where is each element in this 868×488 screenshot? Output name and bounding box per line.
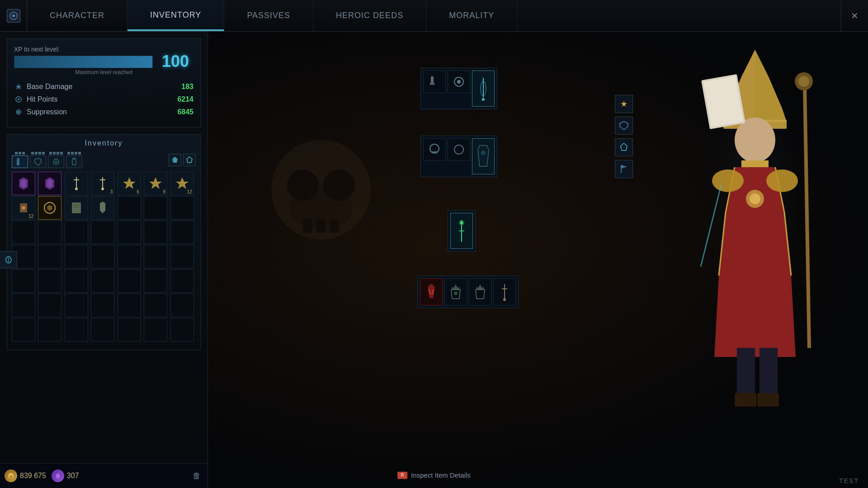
equip-slot-consumable4[interactable] — [493, 278, 516, 305]
inv-slot[interactable] — [38, 245, 61, 268]
inv-slot[interactable] — [170, 221, 194, 244]
inv-slot[interactable] — [144, 318, 167, 342]
action-btn-flag[interactable] — [615, 160, 633, 178]
inv-slot[interactable] — [38, 269, 61, 293]
inv-slot[interactable] — [91, 245, 114, 268]
equip-slot-consumable3[interactable] — [469, 278, 491, 305]
inv-slot[interactable] — [91, 221, 114, 244]
inv-slot[interactable] — [12, 294, 35, 317]
svg-point-4 — [18, 99, 19, 100]
inv-slot[interactable] — [118, 269, 141, 293]
inv-slot[interactable] — [118, 318, 141, 342]
inv-slot[interactable] — [118, 245, 141, 268]
inv-slot[interactable] — [144, 221, 167, 244]
inv-slot[interactable] — [65, 196, 88, 220]
inv-slot[interactable] — [38, 196, 61, 220]
tab-morality[interactable]: Morality — [426, 0, 517, 31]
filter-dots-3 — [49, 152, 63, 155]
svg-line-88 — [701, 185, 721, 267]
filter-dot — [35, 152, 38, 155]
top-equipment-group — [420, 68, 497, 109]
inv-slot[interactable] — [65, 221, 88, 244]
filter-btn-items[interactable] — [48, 155, 64, 168]
item-count: 12 — [28, 214, 33, 219]
trash-button[interactable]: 🗑 — [190, 469, 203, 482]
equip-slot-weapon1[interactable] — [423, 70, 446, 93]
filter-btn-weapons[interactable] — [12, 155, 28, 168]
tab-character[interactable]: Character — [27, 0, 127, 31]
inv-slot[interactable] — [65, 245, 88, 268]
inv-slot[interactable] — [38, 221, 61, 244]
inv-slot[interactable] — [144, 269, 167, 293]
inv-slot[interactable] — [144, 245, 167, 268]
tab-passives[interactable]: Passives — [224, 0, 313, 31]
inv-slot[interactable] — [91, 294, 114, 317]
inv-slot[interactable] — [144, 294, 167, 317]
inv-slot[interactable] — [12, 318, 35, 342]
inv-slot[interactable] — [91, 269, 114, 293]
inv-slot[interactable] — [65, 172, 88, 195]
inv-slot[interactable] — [38, 318, 61, 342]
action-btn-shield[interactable] — [615, 117, 633, 135]
inv-slot[interactable] — [170, 245, 194, 268]
inv-slot[interactable] — [91, 318, 114, 342]
filter-dot — [60, 152, 63, 155]
inv-slot[interactable]: 3 — [91, 172, 114, 195]
svg-rect-91 — [735, 393, 756, 407]
xp-bar — [14, 56, 153, 68]
equip-slot-body[interactable] — [472, 138, 495, 174]
skull-background — [231, 45, 411, 361]
equip-slot-weapon2[interactable] — [448, 70, 470, 93]
equip-slot-accessory[interactable] — [450, 213, 473, 249]
inv-slot[interactable] — [65, 318, 88, 342]
item-count: 12 — [187, 189, 192, 194]
inv-slot[interactable] — [12, 172, 35, 195]
inv-slot[interactable] — [118, 221, 141, 244]
inv-slot[interactable] — [118, 294, 141, 317]
action-btn-star[interactable]: ★ — [615, 95, 633, 113]
inventory-section: Inventory — [7, 134, 201, 350]
equip-slot-consumable2[interactable] — [444, 278, 467, 305]
tab-inventory[interactable]: Inventory — [127, 0, 224, 31]
svg-marker-17 — [187, 157, 192, 163]
inv-slot[interactable] — [38, 172, 61, 195]
filter-btn-consumables[interactable] — [66, 155, 82, 168]
inv-slot[interactable] — [65, 269, 88, 293]
inv-slot[interactable] — [65, 294, 88, 317]
inv-slot[interactable] — [91, 196, 114, 220]
close-button[interactable]: ✕ — [841, 0, 868, 31]
equip-slot-head2[interactable] — [448, 138, 470, 161]
inv-slot[interactable] — [170, 269, 194, 293]
inv-slot[interactable]: 12 — [170, 172, 194, 195]
filter-btn-armor[interactable] — [30, 155, 46, 168]
tab-heroic-deeds[interactable]: Heroic Deeds — [313, 0, 426, 31]
equip-slot-consumable1[interactable] — [420, 278, 443, 305]
inv-slot[interactable] — [170, 318, 194, 342]
base-damage-icon — [14, 82, 23, 91]
action-btn-gem[interactable] — [615, 138, 633, 156]
inv-slot[interactable]: 12 — [12, 196, 35, 220]
left-pill-button[interactable] — [0, 251, 17, 268]
inv-slot[interactable] — [170, 196, 194, 220]
main-content: XP to next level: 100 Maximum level reac… — [0, 32, 868, 488]
inv-slot[interactable]: 9 — [144, 172, 167, 195]
equip-slot-head1[interactable] — [423, 138, 446, 161]
item-icon — [14, 174, 33, 192]
inv-slot[interactable] — [38, 294, 61, 317]
currency-bar: G 839 675 307 🗑 — [0, 463, 208, 488]
inv-slot[interactable]: 6 — [118, 172, 141, 195]
filter-group-1 — [12, 152, 28, 168]
svg-point-77 — [735, 117, 775, 163]
svg-marker-16 — [172, 157, 178, 163]
inv-slot[interactable] — [12, 221, 35, 244]
inv-slot[interactable] — [170, 294, 194, 317]
filter-sort-btn[interactable] — [183, 154, 196, 166]
filter-gem-btn[interactable] — [169, 154, 181, 166]
svg-point-85 — [798, 76, 809, 87]
equip-slot-weapon3[interactable] — [472, 70, 495, 107]
nav-logo[interactable] — [0, 0, 27, 31]
filter-dot — [22, 152, 25, 155]
inv-slot[interactable] — [118, 196, 141, 220]
inv-slot[interactable] — [12, 269, 35, 293]
inv-slot[interactable] — [144, 196, 167, 220]
